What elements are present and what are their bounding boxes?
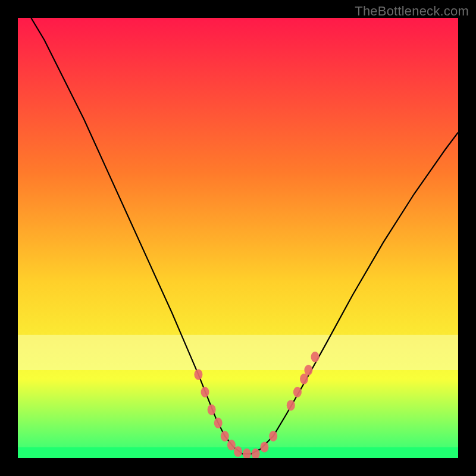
marker-point — [304, 365, 312, 375]
watermark-text: TheBottleneck.com — [355, 4, 469, 19]
marker-point — [201, 387, 209, 397]
bottleneck-chart — [18, 18, 458, 458]
marker-point — [300, 374, 308, 384]
marker-point — [208, 405, 216, 415]
marker-point — [269, 431, 277, 441]
marker-point — [311, 352, 320, 362]
gradient-background — [18, 18, 458, 458]
pale-yellow-band — [18, 335, 458, 370]
marker-point — [194, 369, 202, 380]
marker-point — [293, 387, 302, 397]
marker-point — [234, 446, 242, 457]
marker-point — [221, 431, 229, 441]
marker-point — [260, 442, 268, 453]
marker-point — [227, 440, 236, 450]
chart-frame — [18, 18, 458, 458]
marker-point — [214, 418, 223, 428]
marker-point — [287, 400, 295, 411]
